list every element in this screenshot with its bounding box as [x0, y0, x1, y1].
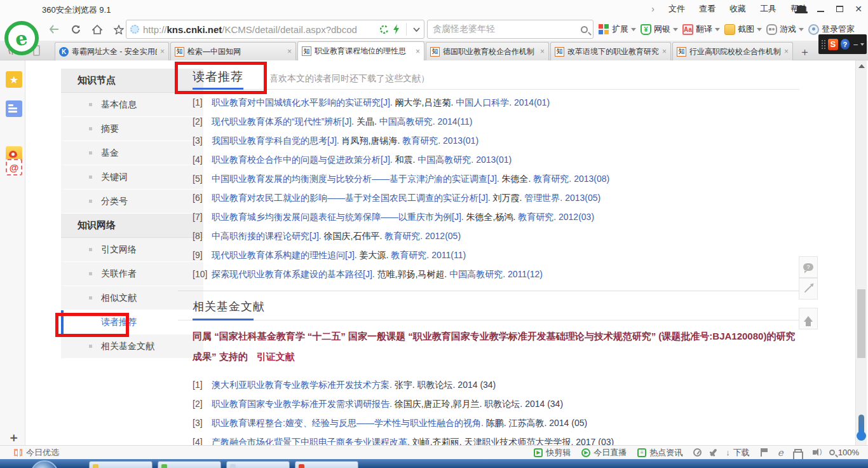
- speed-button[interactable]: [693, 448, 702, 457]
- ref-issue-link[interactable]: 2012(05): [425, 231, 461, 241]
- menu-expander-icon[interactable]: ›: [651, 4, 654, 14]
- url-text[interactable]: http://kns.cnki.net/KCMS/detail/detail.a…: [143, 24, 379, 35]
- hot-news-button[interactable]: ≡热点资讯: [637, 447, 682, 458]
- refresh-button[interactable]: [66, 20, 85, 39]
- ref-title-link[interactable]: 现代职业教育体系的“现代性”辨析[J].: [212, 116, 356, 127]
- banking-button[interactable]: ¥ 网银: [641, 24, 678, 35]
- ref-title-link[interactable]: 探索现代职业教育体系建设的基本路径[J].: [212, 269, 377, 279]
- ref-journal-link[interactable]: 中国高教研究.: [417, 155, 476, 165]
- sidebar-item-citation-network[interactable]: 引文网络: [61, 238, 203, 262]
- mute-button[interactable]: [813, 450, 818, 455]
- ref-issue-link[interactable]: 2013(01): [443, 135, 478, 146]
- lightning-icon[interactable]: [393, 24, 400, 34]
- help-icon[interactable]: ?: [841, 39, 850, 50]
- sidebar-item-related-authors[interactable]: 关联作者: [61, 262, 203, 286]
- ref-title-link[interactable]: 职业教育国家专业教学标准开发需求调研报告.: [212, 399, 395, 409]
- search-bar[interactable]: 贪腐怪老婆年轻: [427, 20, 593, 39]
- ref-issue-link[interactable]: 2011(11): [431, 250, 466, 260]
- tab-cnki-search[interactable]: 知 检索—中国知网 ×: [170, 42, 296, 60]
- software-manager-icon[interactable]: S: [828, 39, 838, 50]
- maximize-button[interactable]: [830, 0, 849, 18]
- drag-handle-icon[interactable]: [821, 39, 825, 50]
- mail-at-icon[interactable]: @: [6, 159, 22, 176]
- ref-journal-link[interactable]: 职教论坛.: [484, 399, 525, 409]
- ref-journal-link[interactable]: 管理世界.: [524, 193, 565, 203]
- taskbar-item[interactable]: [295, 461, 358, 468]
- news-panel-icon[interactable]: [6, 100, 22, 117]
- taskbar-item[interactable]: [89, 461, 153, 468]
- close-button[interactable]: ✕: [849, 0, 868, 18]
- tab-industry-college[interactable]: 知 行业高职院校校企合作机制 ×: [672, 42, 793, 60]
- ref-issue-link[interactable]: 2013(05): [565, 193, 600, 203]
- games-button[interactable]: 游戏: [766, 24, 804, 35]
- scrollbar-thumb[interactable]: [857, 289, 865, 358]
- sidebar-item-related-fund-docs[interactable]: 相关基金文献: [61, 334, 203, 359]
- ref-issue-link[interactable]: 2014(11): [437, 116, 472, 127]
- tab-duba-nav[interactable]: K 毒霸网址大全 - 安全实用的 ×: [55, 42, 169, 60]
- ref-journal-link[interactable]: 教育研究.: [518, 212, 559, 222]
- ref-title-link[interactable]: 现代职业教育体系构建的理性追问[J].: [212, 250, 360, 260]
- page-scrollbar[interactable]: [855, 60, 867, 445]
- home-button[interactable]: [88, 20, 107, 39]
- sidebar-item-basic-info[interactable]: 基本信息: [61, 93, 203, 117]
- close-icon[interactable]: ×: [287, 47, 292, 56]
- tab-reform-context[interactable]: 知 改革语境下的职业教育研究 ×: [550, 42, 671, 60]
- new-tab-button[interactable]: ＋: [799, 45, 810, 59]
- sidebar-item-abstract[interactable]: 摘要: [61, 117, 203, 141]
- tab-active-article[interactable]: 知 职业教育课程地位的理性思 ×: [297, 41, 424, 60]
- ref-issue-link[interactable]: 2014 (34): [458, 380, 496, 390]
- search-icon[interactable]: [581, 26, 588, 33]
- back-to-top-button[interactable]: [799, 308, 818, 329]
- flag-button[interactable]: [761, 448, 767, 457]
- ref-issue-link[interactable]: 2012(03): [559, 212, 594, 222]
- ref-journal-link[interactable]: 教育研究.: [533, 174, 574, 184]
- ref-title-link[interactable]: 职业教育对中国城镇化水平影响的实证研究[J].: [212, 97, 395, 107]
- ref-title-link[interactable]: 职业教育校企合作中的问题与促进政策分析[J].: [212, 155, 395, 165]
- ref-journal-link[interactable]: 教育研究.: [391, 250, 431, 260]
- browser-logo[interactable]: e: [4, 21, 39, 55]
- translate-button[interactable]: Aa 翻译: [682, 24, 720, 35]
- live-button[interactable]: ▶今日直播: [581, 447, 627, 458]
- sidebar-item-keywords[interactable]: 关键词: [61, 165, 203, 189]
- menu-favorites[interactable]: 收藏: [729, 3, 746, 15]
- minimize-button[interactable]: [811, 0, 830, 18]
- close-icon[interactable]: ×: [160, 47, 165, 56]
- screenshot-button[interactable]: 截图: [724, 24, 762, 35]
- taskbar-item[interactable]: [226, 461, 290, 468]
- ref-issue-link[interactable]: 2013(01): [476, 155, 512, 165]
- add-panel-icon[interactable]: ＋: [8, 429, 20, 446]
- ref-issue-link[interactable]: 2014 (34): [525, 399, 563, 409]
- daily-picks-button[interactable]: 今日优选: [14, 447, 59, 458]
- feedback-button[interactable]: ?: [799, 256, 818, 278]
- ref-issue-link[interactable]: 2014 (05): [549, 418, 587, 428]
- address-bar[interactable]: http://kns.cnki.net/KCMS/detail/detail.a…: [126, 20, 424, 39]
- close-icon[interactable]: ×: [784, 47, 789, 56]
- menu-view[interactable]: 查看: [699, 3, 715, 15]
- ref-title-link[interactable]: 职业教育城乡均衡发展问题表征与统筹保障——以重庆市为例[J].: [212, 212, 466, 222]
- ref-title-link[interactable]: 职业教育课程整合:嬗变、经验与反思——学术性与职业性融合的视角.: [212, 418, 486, 428]
- ref-journal-link[interactable]: 中国高教研究.: [379, 116, 438, 127]
- ref-issue-link[interactable]: 2011(12): [508, 269, 543, 279]
- menu-tools[interactable]: 工具: [760, 3, 776, 15]
- ref-journal-link[interactable]: 中国高教研究.: [449, 269, 508, 279]
- search-input[interactable]: 贪腐怪老婆年轻: [433, 24, 581, 35]
- scroll-up-icon[interactable]: [858, 64, 865, 68]
- ref-issue-link[interactable]: 2013(08): [574, 174, 609, 184]
- ref-title-link[interactable]: 中高职衔接的课程论研究[J].: [212, 231, 324, 241]
- ie-mode-button[interactable]: e: [778, 447, 783, 458]
- multi-window-button[interactable]: [794, 449, 802, 456]
- back-button[interactable]: [44, 20, 64, 39]
- ref-journal-link[interactable]: 中国人口科学.: [456, 97, 514, 107]
- start-button[interactable]: [31, 460, 58, 468]
- ref-title-link[interactable]: 我国职业教育学科自觉的思考[J].: [212, 135, 342, 146]
- ref-journal-link[interactable]: 教育研究.: [402, 135, 443, 146]
- note-button[interactable]: [799, 278, 818, 299]
- close-icon[interactable]: ×: [416, 47, 420, 56]
- url-dropdown-icon[interactable]: [413, 27, 420, 32]
- ref-title-link[interactable]: 澳大利亚职业教育专业教学标准开发技术方案.: [212, 380, 395, 390]
- ref-issue-link[interactable]: 2014(01): [514, 97, 550, 107]
- zoom-control[interactable]: 100%: [829, 448, 859, 457]
- quick-edit-button[interactable]: ▶快剪辑: [534, 447, 571, 458]
- boost-button[interactable]: [712, 448, 715, 457]
- sidebar-item-fund[interactable]: 基金: [61, 141, 203, 165]
